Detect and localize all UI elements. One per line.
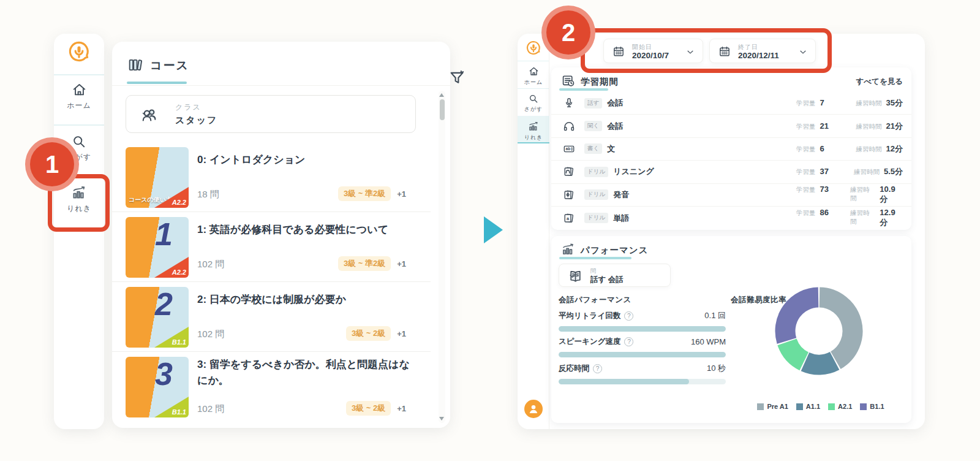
donut-segment-pre-a1 — [820, 297, 853, 360]
course-question-count: 102 問 — [197, 329, 224, 340]
search-icon — [71, 134, 87, 150]
chart-legend: Pre A1 A1.1 A2.1 B1.1 — [732, 403, 910, 410]
practice-time: 5.5分 — [884, 166, 903, 177]
donut-segment-b1.1 — [785, 297, 818, 341]
sidebar-item-label: さがす — [518, 105, 549, 113]
course-item[interactable]: 3 B1.1 3: 留学をするべきか否か。利点と問題点はなにか。 102 問 3… — [112, 352, 431, 427]
activity-name: リスニング — [613, 166, 654, 177]
donut-segment-a1.1 — [805, 361, 834, 365]
study-row[interactable]: 話す 会話 学習量7 練習時間35分 — [551, 92, 911, 115]
practice-time: 21分 — [886, 121, 903, 132]
text-field-icon — [562, 142, 576, 156]
activity-name: 文 — [607, 143, 615, 154]
activity-name: 単語 — [613, 213, 629, 224]
scrollbar[interactable] — [439, 91, 445, 423]
sidebar-item-home[interactable]: ホーム — [54, 82, 104, 111]
page-title: コース — [150, 58, 189, 74]
skill-tag: 話す — [584, 98, 602, 109]
metric-bar — [559, 379, 726, 384]
study-row[interactable]: 書く 文 学習量6 練習時間12分 — [551, 138, 911, 161]
calendar-icon — [718, 45, 731, 58]
chevron-down-icon — [798, 47, 808, 57]
help-icon[interactable]: ? — [624, 337, 633, 346]
performance-card: パフォーマンス 問 話す 会話 会話パフォーマンス 会話難易度比率 平均リトライ… — [551, 236, 911, 423]
metric-value: 160 WPM — [691, 337, 726, 346]
course-item[interactable]: コースの使い方 A2.2 0: イントロダクション 18 問 3級 ~ 準2級 … — [112, 142, 431, 212]
scroll-up-icon[interactable] — [439, 93, 444, 97]
left-sidebar: ホーム さがす りれき — [54, 34, 104, 429]
start-date-select[interactable]: 開始日 2020/10/7 — [603, 39, 703, 63]
scrollbar-thumb[interactable] — [440, 99, 445, 120]
date-label: 終了日 — [738, 43, 758, 51]
extra-badge-count: +1 — [397, 329, 406, 338]
practice-time: 12.9分 — [880, 208, 903, 228]
skill-tag: 書く — [584, 143, 602, 154]
course-panel-header: コース — [112, 42, 450, 86]
activity-name: 発音 — [613, 189, 629, 200]
metric-bar — [559, 326, 726, 332]
date-value: 2020/12/11 — [738, 51, 779, 60]
study-period-card: 学習期間 すべてを見る 話す 会話 学習量7 練習時間35分 聞く 会話 学習量… — [551, 67, 911, 230]
home-icon — [528, 66, 540, 77]
skill-tag: ドリル — [584, 213, 608, 223]
class-select[interactable]: クラス スタッフ — [126, 95, 416, 133]
metric-bar — [559, 352, 726, 357]
legend-item: Pre A1 — [757, 403, 788, 410]
course-question-count: 102 問 — [197, 259, 224, 270]
level-range-badge: 3級 ~ 準2級 — [338, 256, 391, 271]
divider — [518, 88, 549, 89]
thumb-number: 1 — [155, 218, 173, 250]
see-all-link[interactable]: すべてを見る — [856, 77, 903, 87]
course-question-count: 102 問 — [197, 403, 224, 415]
sidebar-item-label: ホーム — [518, 78, 549, 86]
course-panel: コース クラス スタッフ コースの使い方 A2.2 0: イントロダクション 1… — [112, 42, 450, 428]
study-row[interactable]: ドリル 単語 学習量86 練習時間12.9分 — [551, 207, 911, 229]
lesson-select-value: 話す 会話 — [590, 275, 624, 285]
active-tab-indicator — [127, 82, 187, 84]
legend-item: A2.1 — [828, 403, 852, 410]
mic-icon — [562, 96, 576, 110]
lesson-type-select[interactable]: 問 話す 会話 — [559, 264, 671, 287]
practice-time: 35分 — [886, 97, 903, 109]
chevron-down-icon — [140, 108, 153, 121]
history-window: ホーム さがす りれき 開始日 2020/10/7 終了日 2020/12/11… — [518, 34, 925, 429]
section-title: パフォーマンス — [581, 245, 649, 256]
active-tab-indicator — [559, 88, 608, 91]
study-amount: 6 — [820, 144, 824, 153]
course-title: 0: イントロダクション — [197, 152, 412, 168]
end-date-select[interactable]: 終了日 2020/12/11 — [709, 39, 816, 63]
avatar[interactable] — [524, 400, 543, 418]
scroll-down-icon[interactable] — [439, 417, 444, 421]
help-icon[interactable]: ? — [593, 364, 602, 373]
sidebar-item-history[interactable]: りれき — [518, 116, 549, 143]
activity-name: 会話 — [607, 97, 623, 109]
metric-value: 0.1 回 — [704, 310, 726, 321]
study-row[interactable]: ドリル リスニング 学習量37 練習時間5.5分 — [551, 161, 911, 183]
extra-badge-count: +1 — [397, 259, 406, 269]
class-select-label: クラス — [175, 102, 202, 113]
sidebar-item-search[interactable]: さがす — [518, 93, 549, 113]
course-title: 3: 留学をするべきか否か。利点と問題点はなにか。 — [197, 357, 412, 389]
flashcards-listening-icon — [562, 165, 576, 178]
level-range-badge: 3級 ~ 準2級 — [338, 186, 391, 201]
sidebar-item-label: りれき — [54, 204, 104, 214]
right-sidebar: ホーム さがす りれき — [518, 34, 549, 429]
flashcards-pronunciation-icon — [562, 188, 576, 202]
flashcards-word-icon — [562, 211, 576, 225]
course-item[interactable]: 2 B1.1 2: 日本の学校には制服が必要か 102 問 3級 ~ 2級 +1 — [112, 282, 431, 352]
divider — [54, 124, 104, 126]
chevron-down-icon — [685, 47, 695, 57]
help-icon[interactable]: ? — [624, 311, 633, 321]
study-amount: 73 — [820, 185, 829, 194]
course-item[interactable]: 1 A2.2 1: 英語が必修科目である必要性について 102 問 3級 ~ 準… — [112, 212, 431, 282]
study-row[interactable]: ドリル 発音 学習量73 練習時間10.9分 — [551, 184, 911, 207]
course-title: 2: 日本の学校には制服が必要か — [197, 292, 412, 308]
practice-time: 10.9分 — [880, 185, 903, 205]
level-range-badge: 3級 ~ 2級 — [346, 401, 391, 416]
metric-speed: スピーキング速度 ? 160 WPM — [559, 337, 726, 357]
date-value: 2020/10/7 — [632, 51, 669, 60]
date-label: 開始日 — [632, 43, 652, 51]
study-row[interactable]: 聞く 会話 学習量21 練習時間21分 — [551, 115, 911, 137]
sidebar-item-home[interactable]: ホーム — [518, 66, 549, 86]
study-amount: 7 — [820, 98, 824, 107]
